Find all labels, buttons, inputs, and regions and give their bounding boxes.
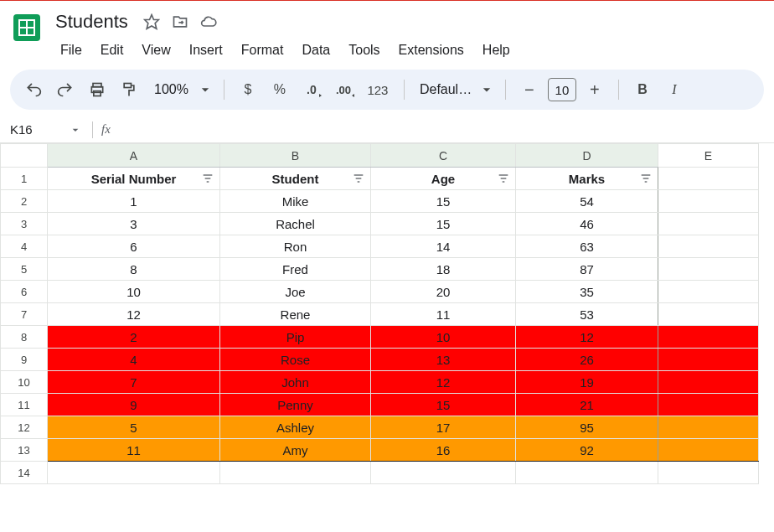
row-header-14[interactable]: 14 xyxy=(1,462,48,484)
row-header-1[interactable]: 1 xyxy=(1,168,48,190)
cell[interactable]: Ron xyxy=(220,235,371,258)
cell[interactable] xyxy=(658,326,759,349)
cell[interactable]: 12 xyxy=(48,303,220,326)
menu-view[interactable]: View xyxy=(133,39,178,61)
cell[interactable] xyxy=(658,190,759,213)
cell[interactable]: 5 xyxy=(48,416,220,439)
cell-d14[interactable] xyxy=(516,462,658,484)
menu-edit[interactable]: Edit xyxy=(92,39,132,61)
cell[interactable]: John xyxy=(220,371,371,394)
filter-icon[interactable] xyxy=(497,172,510,185)
zoom-caret-icon[interactable] xyxy=(197,81,214,98)
cell[interactable] xyxy=(658,213,759,235)
menu-help[interactable]: Help xyxy=(474,39,519,61)
col-header-e[interactable]: E xyxy=(658,144,759,168)
cell[interactable]: 92 xyxy=(516,439,658,462)
menu-data[interactable]: Data xyxy=(293,39,338,61)
cell[interactable]: 4 xyxy=(48,349,220,371)
row-header-2[interactable]: 2 xyxy=(1,190,48,213)
formula-bar[interactable] xyxy=(119,123,767,137)
cell[interactable] xyxy=(658,439,759,462)
cell[interactable] xyxy=(658,349,759,371)
cell[interactable]: Pip xyxy=(220,326,371,349)
cell[interactable]: 95 xyxy=(516,416,658,439)
paint-format-icon[interactable] xyxy=(116,76,142,103)
cell[interactable] xyxy=(658,258,759,281)
cell[interactable]: 15 xyxy=(371,213,516,235)
cell[interactable]: 12 xyxy=(516,326,658,349)
menu-format[interactable]: Format xyxy=(233,39,292,61)
cell[interactable]: 2 xyxy=(48,326,220,349)
cell[interactable]: 7 xyxy=(48,371,220,394)
cell[interactable]: Rachel xyxy=(220,213,371,235)
font-size-increase[interactable]: + xyxy=(581,76,608,103)
col-header-a[interactable]: A xyxy=(48,144,220,168)
select-all-corner[interactable] xyxy=(1,144,48,168)
cell[interactable]: Ashley xyxy=(220,416,371,439)
row-header-3[interactable]: 3 xyxy=(1,213,48,235)
decrease-decimal-icon[interactable]: .0 xyxy=(298,76,325,103)
row-header-5[interactable]: 5 xyxy=(1,258,48,281)
cell[interactable] xyxy=(658,371,759,394)
row-header-7[interactable]: 7 xyxy=(1,303,48,326)
cell[interactable]: 6 xyxy=(48,235,220,258)
cell[interactable]: 14 xyxy=(371,235,516,258)
cell[interactable]: Penny xyxy=(220,394,371,416)
currency-button[interactable]: $ xyxy=(235,76,261,103)
cell[interactable]: 46 xyxy=(516,213,658,235)
cell[interactable]: Fred xyxy=(220,258,371,281)
cell[interactable] xyxy=(658,394,759,416)
filter-icon[interactable] xyxy=(352,172,365,185)
zoom-level[interactable]: 100% xyxy=(147,82,192,97)
print-icon[interactable] xyxy=(84,76,111,103)
row-header-4[interactable]: 4 xyxy=(1,235,48,258)
cell[interactable]: Amy xyxy=(220,439,371,462)
col-header-b[interactable]: B xyxy=(220,144,371,168)
increase-decimal-icon[interactable]: .00 xyxy=(330,76,357,103)
percent-button[interactable]: % xyxy=(266,76,293,103)
undo-icon[interactable] xyxy=(20,76,47,103)
cell[interactable] xyxy=(658,416,759,439)
cell[interactable]: 13 xyxy=(371,349,516,371)
cell[interactable]: 15 xyxy=(371,394,516,416)
font-size-decrease[interactable]: − xyxy=(516,76,543,103)
cell[interactable]: 15 xyxy=(371,190,516,213)
cell[interactable]: Rose xyxy=(220,349,371,371)
cell[interactable]: 19 xyxy=(516,371,658,394)
italic-button[interactable]: I xyxy=(661,76,688,103)
redo-icon[interactable] xyxy=(52,76,79,103)
cell[interactable]: Joe xyxy=(220,281,371,303)
menu-extensions[interactable]: Extensions xyxy=(390,39,472,61)
cell-b14[interactable] xyxy=(220,462,371,484)
col-header-c[interactable]: C xyxy=(371,144,516,168)
cell-e1[interactable] xyxy=(658,168,759,190)
cell-c14[interactable] xyxy=(371,462,516,484)
cell[interactable]: 26 xyxy=(516,349,658,371)
cell[interactable] xyxy=(658,235,759,258)
cell[interactable]: 12 xyxy=(371,371,516,394)
row-header-8[interactable]: 8 xyxy=(1,326,48,349)
col-header-d[interactable]: D xyxy=(516,144,658,168)
font-size-input[interactable] xyxy=(548,78,576,101)
cell[interactable]: 53 xyxy=(516,303,658,326)
bold-button[interactable]: B xyxy=(629,76,656,103)
font-family-select[interactable]: Defaul… xyxy=(415,82,473,97)
cell[interactable] xyxy=(658,281,759,303)
document-title[interactable]: Students xyxy=(52,9,132,34)
row-header-13[interactable]: 13 xyxy=(1,439,48,462)
namebox-caret-icon[interactable] xyxy=(67,121,84,138)
cell[interactable]: Mike xyxy=(220,190,371,213)
filter-icon[interactable] xyxy=(639,172,653,185)
cell[interactable]: 10 xyxy=(371,326,516,349)
cell[interactable]: 87 xyxy=(516,258,658,281)
cell[interactable]: 11 xyxy=(371,303,516,326)
cell-e14[interactable] xyxy=(658,462,759,484)
cell[interactable]: 35 xyxy=(516,281,658,303)
star-icon[interactable] xyxy=(143,13,160,30)
cell[interactable]: 3 xyxy=(48,213,220,235)
cell[interactable]: 11 xyxy=(48,439,220,462)
cell[interactable] xyxy=(658,303,759,326)
cell[interactable]: 54 xyxy=(516,190,658,213)
row-header-9[interactable]: 9 xyxy=(1,349,48,371)
name-box[interactable]: K16 xyxy=(7,122,67,137)
